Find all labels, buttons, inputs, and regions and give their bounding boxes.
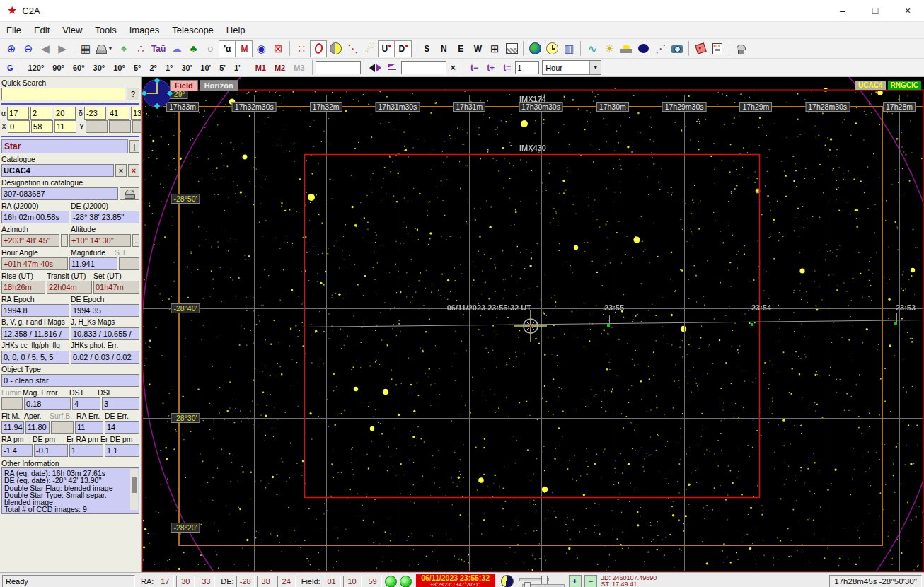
slider-track[interactable]: [519, 578, 549, 581]
menu-item-help[interactable]: Help: [220, 22, 252, 38]
badge-ucac4[interactable]: UCAC4: [855, 81, 885, 90]
goto-button[interactable]: G: [3, 59, 18, 76]
time-step-unit-select[interactable]: Hour ▼: [542, 60, 601, 75]
help-button[interactable]: ?: [127, 88, 139, 100]
delta-input-1[interactable]: [108, 107, 129, 120]
nav-forward-icon[interactable]: ▶: [54, 40, 71, 57]
clear-icon[interactable]: ×: [446, 59, 461, 76]
panel-handle-button[interactable]: |: [129, 140, 139, 153]
x-input-1[interactable]: [31, 120, 53, 133]
quick-search-input[interactable]: [1, 88, 125, 100]
galaxies-icon[interactable]: [310, 40, 327, 57]
fov-button-1[interactable]: 90°: [48, 59, 69, 76]
ground-icon[interactable]: ♣: [185, 40, 202, 57]
telescope-control-icon[interactable]: [732, 40, 749, 57]
zoom-out-icon[interactable]: ⊖: [20, 40, 37, 57]
angle-input[interactable]: [401, 61, 446, 74]
dir-north-button[interactable]: N: [435, 40, 452, 57]
alpha-input-1[interactable]: [30, 107, 52, 120]
zoom-in-icon[interactable]: ⊕: [3, 40, 20, 57]
camera-icon[interactable]: [669, 40, 686, 57]
ccd-frame-icon[interactable]: [692, 40, 709, 57]
star-clusters-icon[interactable]: ∷: [293, 40, 310, 57]
delta-input-2[interactable]: [131, 107, 142, 120]
alpha-input-2[interactable]: [54, 107, 76, 120]
fov-button-9[interactable]: 10': [196, 59, 215, 76]
y-input-1[interactable]: [109, 120, 131, 133]
fov-button-11[interactable]: 1': [230, 59, 245, 76]
fov-button-2[interactable]: 60°: [69, 59, 89, 76]
fov-button-3[interactable]: 30°: [89, 59, 110, 76]
menu-item-images[interactable]: Images: [123, 22, 166, 38]
fov-button-6[interactable]: 2°: [145, 59, 161, 76]
current-datetime-box[interactable]: 06/11/2023 23:55:32 +8°28'23'' / +47°20'…: [416, 574, 495, 587]
flip-vertical-icon[interactable]: [384, 59, 401, 76]
time-back-button[interactable]: −: [584, 575, 597, 587]
marker-button-m3[interactable]: M3: [289, 59, 308, 76]
marker-button-m2[interactable]: M2: [270, 59, 289, 76]
night-mode-icon[interactable]: [635, 40, 652, 57]
time-step-input[interactable]: [515, 61, 539, 74]
dome-view-icon[interactable]: ▼: [94, 40, 115, 57]
messier-icon[interactable]: M: [236, 40, 253, 57]
chevron-down-icon[interactable]: ▼: [108, 45, 113, 52]
dir-east-button[interactable]: E: [452, 40, 469, 57]
grid-icon[interactable]: ▦: [77, 40, 94, 57]
custom-catalog-icon[interactable]: ⊠: [270, 40, 287, 57]
side-panels-icon[interactable]: ▥: [560, 40, 577, 57]
y-input-0[interactable]: [86, 120, 108, 133]
orientation-compass[interactable]: [143, 79, 171, 107]
close-button[interactable]: ×: [891, 0, 924, 21]
time-step-button-0[interactable]: t−: [466, 59, 483, 76]
user-objects-d-icon[interactable]: D: [395, 40, 412, 57]
menu-item-view[interactable]: View: [56, 22, 88, 38]
menu-item-edit[interactable]: Edit: [28, 22, 56, 38]
y-input-2[interactable]: [132, 120, 142, 133]
slew-telescope-button[interactable]: [120, 187, 139, 200]
fov-button-4[interactable]: 10°: [109, 59, 129, 76]
menu-item-telescope[interactable]: Telescope: [166, 22, 220, 38]
fov-button-8[interactable]: 30': [177, 59, 196, 76]
minimize-button[interactable]: –: [826, 0, 859, 21]
delta-input-0[interactable]: [84, 107, 106, 120]
fov-button-0[interactable]: 120°: [24, 59, 49, 76]
fov-button-7[interactable]: 1°: [161, 59, 178, 76]
chevron-down-icon[interactable]: ▼: [589, 61, 601, 74]
marker-button-m1[interactable]: M1: [251, 59, 270, 76]
comets-icon[interactable]: ☄: [361, 40, 378, 57]
next-match-button[interactable]: ×: [128, 164, 139, 177]
deep-sky-icon[interactable]: ◉: [253, 40, 270, 57]
light-curve-icon[interactable]: ∿: [584, 40, 601, 57]
tab-field[interactable]: Field: [170, 80, 198, 91]
ecliptic-icon[interactable]: ○: [202, 40, 219, 57]
nav-back-icon[interactable]: ◀: [37, 40, 54, 57]
pan-icon[interactable]: ⊞: [486, 40, 503, 57]
milky-way-icon[interactable]: ☁: [168, 40, 185, 57]
prev-match-button[interactable]: ×: [115, 164, 127, 177]
constellation-lines-icon[interactable]: ∴: [132, 40, 149, 57]
fov-button-5[interactable]: 5°: [129, 59, 146, 76]
time-forward-button[interactable]: +: [569, 575, 582, 587]
sun-icon[interactable]: ☀: [601, 40, 618, 57]
menu-item-tools[interactable]: Tools: [88, 22, 122, 38]
user-objects-u-icon[interactable]: U: [378, 40, 395, 57]
twilight-icon[interactable]: [618, 40, 635, 57]
x-input-0[interactable]: [8, 120, 30, 133]
slider-handle[interactable]: [524, 582, 531, 587]
slider-track[interactable]: [522, 584, 565, 587]
dir-west-button[interactable]: W: [469, 40, 486, 57]
maximize-button[interactable]: □: [859, 0, 891, 21]
asteroids-icon[interactable]: ⋱: [344, 40, 361, 57]
dir-south-button[interactable]: S: [418, 40, 435, 57]
tab-horizon[interactable]: Horizon: [200, 80, 238, 91]
badge-rngcic[interactable]: RNGCIC: [888, 81, 921, 90]
menu-item-file[interactable]: File: [0, 22, 28, 38]
constellation-names-icon[interactable]: Taŭ: [149, 40, 168, 57]
satellites-icon[interactable]: ⋰: [652, 40, 669, 57]
azimuth-more-button[interactable]: .: [61, 234, 68, 247]
moon-phase-icon[interactable]: [327, 40, 344, 57]
x-input-2[interactable]: [54, 120, 76, 133]
object-search-input[interactable]: [316, 61, 361, 74]
time-step-button-2[interactable]: t=: [499, 59, 515, 76]
horizon-mask-icon[interactable]: [503, 40, 520, 57]
